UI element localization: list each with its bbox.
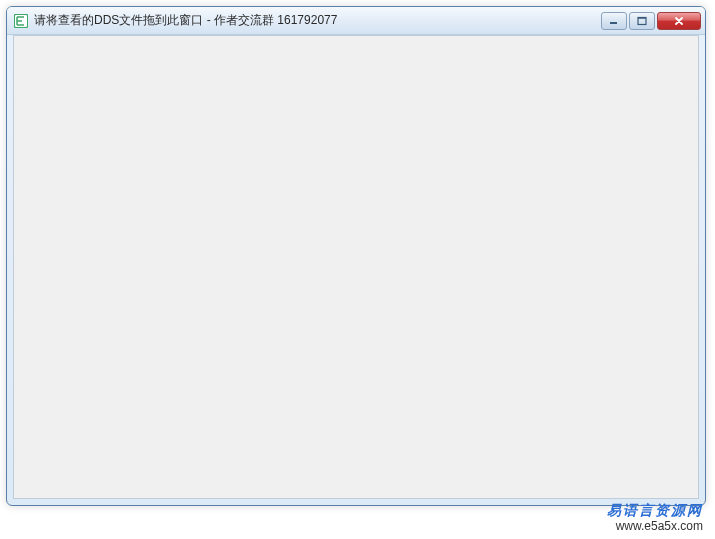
window-title: 请将查看的DDS文件拖到此窗口 - 作者交流群 161792077 — [34, 12, 601, 29]
close-button[interactable] — [657, 12, 701, 30]
minimize-button[interactable] — [601, 12, 627, 30]
application-window: 请将查看的DDS文件拖到此窗口 - 作者交流群 161792077 — [6, 6, 706, 506]
watermark: 易语言资源网 www.e5a5x.com — [607, 501, 703, 535]
titlebar[interactable]: 请将查看的DDS文件拖到此窗口 - 作者交流群 161792077 — [7, 7, 705, 35]
window-controls — [601, 12, 701, 30]
maximize-button[interactable] — [629, 12, 655, 30]
watermark-text: 易语言资源网 — [607, 501, 703, 519]
drop-area[interactable] — [13, 35, 699, 499]
watermark-url: www.e5a5x.com — [607, 519, 703, 535]
app-icon — [13, 13, 29, 29]
